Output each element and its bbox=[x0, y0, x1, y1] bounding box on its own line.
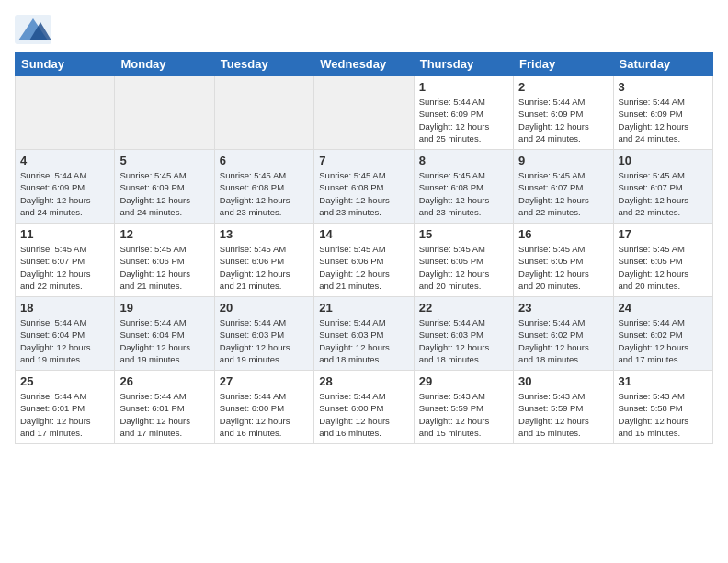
day-number: 15 bbox=[419, 227, 508, 241]
day-number: 7 bbox=[319, 154, 408, 167]
day-number: 28 bbox=[319, 374, 408, 388]
calendar-cell: 8Sunrise: 5:45 AM Sunset: 6:08 PM Daylig… bbox=[414, 150, 513, 224]
calendar-cell: 31Sunrise: 5:43 AM Sunset: 5:58 PM Dayli… bbox=[613, 371, 712, 444]
day-info: Sunrise: 5:45 AM Sunset: 6:06 PM Dayligh… bbox=[319, 243, 408, 292]
calendar-cell: 11Sunrise: 5:45 AM Sunset: 6:07 PM Dayli… bbox=[16, 224, 115, 297]
calendar-cell: 24Sunrise: 5:44 AM Sunset: 6:02 PM Dayli… bbox=[613, 297, 712, 371]
day-header-saturday: Saturday bbox=[613, 52, 712, 76]
day-info: Sunrise: 5:43 AM Sunset: 5:59 PM Dayligh… bbox=[419, 390, 508, 439]
day-info: Sunrise: 5:45 AM Sunset: 6:08 PM Dayligh… bbox=[220, 169, 309, 218]
calendar-cell: 29Sunrise: 5:43 AM Sunset: 5:59 PM Dayli… bbox=[414, 371, 513, 444]
day-number: 25 bbox=[20, 374, 109, 388]
day-info: Sunrise: 5:44 AM Sunset: 6:01 PM Dayligh… bbox=[20, 390, 109, 439]
calendar-header-row: SundayMondayTuesdayWednesdayThursdayFrid… bbox=[16, 52, 713, 76]
calendar-cell: 26Sunrise: 5:44 AM Sunset: 6:01 PM Dayli… bbox=[115, 371, 214, 444]
day-number: 12 bbox=[119, 227, 209, 241]
calendar-cell: 10Sunrise: 5:45 AM Sunset: 6:07 PM Dayli… bbox=[613, 150, 712, 224]
day-number: 9 bbox=[518, 154, 608, 167]
logo-icon bbox=[15, 15, 51, 44]
day-number: 22 bbox=[419, 301, 508, 315]
day-info: Sunrise: 5:44 AM Sunset: 6:00 PM Dayligh… bbox=[220, 390, 309, 439]
day-info: Sunrise: 5:44 AM Sunset: 6:00 PM Dayligh… bbox=[319, 390, 408, 439]
day-info: Sunrise: 5:44 AM Sunset: 6:02 PM Dayligh… bbox=[518, 316, 608, 365]
day-info: Sunrise: 5:44 AM Sunset: 6:09 PM Dayligh… bbox=[619, 96, 708, 144]
day-header-friday: Friday bbox=[514, 52, 613, 76]
calendar-cell: 15Sunrise: 5:45 AM Sunset: 6:05 PM Dayli… bbox=[414, 224, 513, 297]
calendar-week-5: 25Sunrise: 5:44 AM Sunset: 6:01 PM Dayli… bbox=[16, 371, 713, 444]
day-number: 19 bbox=[119, 301, 209, 315]
calendar-cell: 12Sunrise: 5:45 AM Sunset: 6:06 PM Dayli… bbox=[115, 224, 214, 297]
calendar-cell: 6Sunrise: 5:45 AM Sunset: 6:08 PM Daylig… bbox=[214, 150, 313, 224]
calendar-cell: 14Sunrise: 5:45 AM Sunset: 6:06 PM Dayli… bbox=[314, 224, 414, 297]
calendar-cell: 17Sunrise: 5:45 AM Sunset: 6:05 PM Dayli… bbox=[613, 224, 712, 297]
day-info: Sunrise: 5:45 AM Sunset: 6:05 PM Dayligh… bbox=[419, 243, 508, 292]
day-number: 14 bbox=[319, 227, 408, 241]
day-info: Sunrise: 5:43 AM Sunset: 5:58 PM Dayligh… bbox=[619, 390, 708, 439]
day-number: 23 bbox=[518, 301, 608, 315]
day-info: Sunrise: 5:45 AM Sunset: 6:05 PM Dayligh… bbox=[518, 243, 608, 292]
calendar-cell: 18Sunrise: 5:44 AM Sunset: 6:04 PM Dayli… bbox=[16, 297, 115, 371]
calendar-cell bbox=[16, 76, 115, 150]
calendar-cell: 23Sunrise: 5:44 AM Sunset: 6:02 PM Dayli… bbox=[514, 297, 613, 371]
day-number: 30 bbox=[518, 374, 608, 388]
day-info: Sunrise: 5:44 AM Sunset: 6:09 PM Dayligh… bbox=[419, 96, 508, 144]
day-number: 18 bbox=[20, 301, 109, 315]
day-number: 16 bbox=[518, 227, 608, 241]
day-info: Sunrise: 5:45 AM Sunset: 6:06 PM Dayligh… bbox=[119, 243, 209, 292]
day-info: Sunrise: 5:45 AM Sunset: 6:07 PM Dayligh… bbox=[619, 169, 708, 218]
calendar-cell bbox=[115, 76, 214, 150]
day-info: Sunrise: 5:45 AM Sunset: 6:05 PM Dayligh… bbox=[619, 243, 708, 292]
day-info: Sunrise: 5:43 AM Sunset: 5:59 PM Dayligh… bbox=[518, 390, 608, 439]
day-info: Sunrise: 5:44 AM Sunset: 6:02 PM Dayligh… bbox=[619, 316, 708, 365]
day-info: Sunrise: 5:44 AM Sunset: 6:09 PM Dayligh… bbox=[20, 169, 109, 218]
day-header-tuesday: Tuesday bbox=[214, 52, 313, 76]
day-number: 11 bbox=[20, 227, 109, 241]
day-info: Sunrise: 5:45 AM Sunset: 6:06 PM Dayligh… bbox=[220, 243, 309, 292]
day-number: 10 bbox=[619, 154, 708, 167]
calendar-cell: 7Sunrise: 5:45 AM Sunset: 6:08 PM Daylig… bbox=[314, 150, 414, 224]
day-number: 26 bbox=[119, 374, 209, 388]
day-info: Sunrise: 5:45 AM Sunset: 6:07 PM Dayligh… bbox=[20, 243, 109, 292]
calendar-week-3: 11Sunrise: 5:45 AM Sunset: 6:07 PM Dayli… bbox=[16, 224, 713, 297]
calendar-cell: 25Sunrise: 5:44 AM Sunset: 6:01 PM Dayli… bbox=[16, 371, 115, 444]
day-number: 20 bbox=[220, 301, 309, 315]
calendar-cell: 3Sunrise: 5:44 AM Sunset: 6:09 PM Daylig… bbox=[613, 76, 712, 150]
calendar-week-1: 1Sunrise: 5:44 AM Sunset: 6:09 PM Daylig… bbox=[16, 76, 713, 150]
calendar-cell: 28Sunrise: 5:44 AM Sunset: 6:00 PM Dayli… bbox=[314, 371, 414, 444]
calendar-cell: 4Sunrise: 5:44 AM Sunset: 6:09 PM Daylig… bbox=[16, 150, 115, 224]
calendar-body: 1Sunrise: 5:44 AM Sunset: 6:09 PM Daylig… bbox=[16, 76, 713, 444]
calendar-cell: 22Sunrise: 5:44 AM Sunset: 6:03 PM Dayli… bbox=[414, 297, 513, 371]
day-info: Sunrise: 5:44 AM Sunset: 6:01 PM Dayligh… bbox=[119, 390, 209, 439]
calendar-cell: 27Sunrise: 5:44 AM Sunset: 6:00 PM Dayli… bbox=[214, 371, 313, 444]
day-header-monday: Monday bbox=[115, 52, 214, 76]
day-info: Sunrise: 5:44 AM Sunset: 6:03 PM Dayligh… bbox=[419, 316, 508, 365]
day-number: 27 bbox=[220, 374, 309, 388]
calendar-cell: 1Sunrise: 5:44 AM Sunset: 6:09 PM Daylig… bbox=[414, 76, 513, 150]
calendar-week-4: 18Sunrise: 5:44 AM Sunset: 6:04 PM Dayli… bbox=[16, 297, 713, 371]
day-number: 24 bbox=[619, 301, 708, 315]
calendar-cell: 21Sunrise: 5:44 AM Sunset: 6:03 PM Dayli… bbox=[314, 297, 414, 371]
day-info: Sunrise: 5:44 AM Sunset: 6:04 PM Dayligh… bbox=[20, 316, 109, 365]
calendar-cell bbox=[214, 76, 313, 150]
day-info: Sunrise: 5:44 AM Sunset: 6:03 PM Dayligh… bbox=[220, 316, 309, 365]
day-number: 13 bbox=[220, 227, 309, 241]
day-number: 8 bbox=[419, 154, 508, 167]
day-number: 6 bbox=[220, 154, 309, 167]
day-number: 31 bbox=[619, 374, 708, 388]
day-number: 2 bbox=[518, 80, 608, 94]
calendar-table: SundayMondayTuesdayWednesdayThursdayFrid… bbox=[15, 52, 713, 444]
day-info: Sunrise: 5:44 AM Sunset: 6:03 PM Dayligh… bbox=[319, 316, 408, 365]
day-header-thursday: Thursday bbox=[414, 52, 513, 76]
day-number: 17 bbox=[619, 227, 708, 241]
day-number: 1 bbox=[419, 80, 508, 94]
calendar-cell: 30Sunrise: 5:43 AM Sunset: 5:59 PM Dayli… bbox=[514, 371, 613, 444]
day-info: Sunrise: 5:45 AM Sunset: 6:09 PM Dayligh… bbox=[119, 169, 209, 218]
calendar-cell: 13Sunrise: 5:45 AM Sunset: 6:06 PM Dayli… bbox=[214, 224, 313, 297]
day-info: Sunrise: 5:44 AM Sunset: 6:04 PM Dayligh… bbox=[119, 316, 209, 365]
day-number: 3 bbox=[619, 80, 708, 94]
calendar-cell: 19Sunrise: 5:44 AM Sunset: 6:04 PM Dayli… bbox=[115, 297, 214, 371]
calendar-cell: 20Sunrise: 5:44 AM Sunset: 6:03 PM Dayli… bbox=[214, 297, 313, 371]
calendar-cell: 9Sunrise: 5:45 AM Sunset: 6:07 PM Daylig… bbox=[514, 150, 613, 224]
day-header-wednesday: Wednesday bbox=[314, 52, 414, 76]
page-header bbox=[15, 15, 713, 44]
